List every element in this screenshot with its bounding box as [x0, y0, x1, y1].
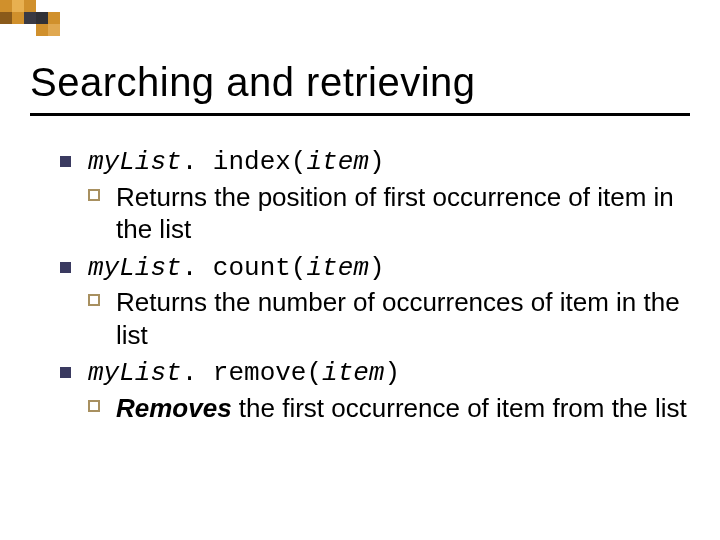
code-line: myList. index(item): [88, 146, 690, 179]
code-arg: item: [306, 253, 368, 283]
bullet-icon: [60, 367, 71, 378]
title-rule: [30, 113, 690, 116]
sub-lead: Returns: [116, 287, 207, 317]
code-close: ): [369, 253, 385, 283]
body-list: myList. index(item)Returns the position …: [30, 146, 690, 424]
sub-bullet-icon: [88, 189, 100, 201]
code-arg: item: [306, 147, 368, 177]
list-item: myList. remove(item)Removes the first oc…: [60, 357, 690, 424]
code-close: ): [369, 147, 385, 177]
deco-square: [36, 12, 48, 24]
page-title: Searching and retrieving: [30, 60, 690, 105]
sub-lead: Removes: [116, 393, 232, 423]
bullet-icon: [60, 156, 71, 167]
code-receiver: myList: [88, 358, 182, 388]
bullet-icon: [60, 262, 71, 273]
code-line: myList. remove(item): [88, 357, 690, 390]
code-arg: item: [322, 358, 384, 388]
deco-square: [48, 24, 60, 36]
deco-square: [12, 12, 24, 24]
sub-bullet-icon: [88, 400, 100, 412]
list-item: myList. count(item)Returns the number of…: [60, 252, 690, 352]
deco-square: [12, 0, 24, 12]
slide-content: Searching and retrieving myList. index(i…: [30, 60, 690, 430]
code-close: ): [384, 358, 400, 388]
sub-text: the first occurrence of item from the li…: [232, 393, 687, 423]
code-line: myList. count(item): [88, 252, 690, 285]
deco-square: [24, 0, 36, 12]
sub-lead: Returns: [116, 182, 207, 212]
code-method: . index(: [182, 147, 307, 177]
deco-square: [36, 24, 48, 36]
sub-item: Returns the position of first occurrence…: [88, 181, 690, 246]
code-method: . remove(: [182, 358, 322, 388]
corner-decoration: [0, 0, 100, 40]
deco-square: [0, 0, 12, 12]
code-receiver: myList: [88, 147, 182, 177]
code-receiver: myList: [88, 253, 182, 283]
sub-item: Returns the number of occurrences of ite…: [88, 286, 690, 351]
sub-item: Removes the first occurrence of item fro…: [88, 392, 690, 425]
list-item: myList. index(item)Returns the position …: [60, 146, 690, 246]
code-method: . count(: [182, 253, 307, 283]
deco-square: [24, 12, 36, 24]
sub-bullet-icon: [88, 294, 100, 306]
deco-square: [48, 12, 60, 24]
slide: Searching and retrieving myList. index(i…: [0, 0, 720, 540]
deco-square: [0, 12, 12, 24]
